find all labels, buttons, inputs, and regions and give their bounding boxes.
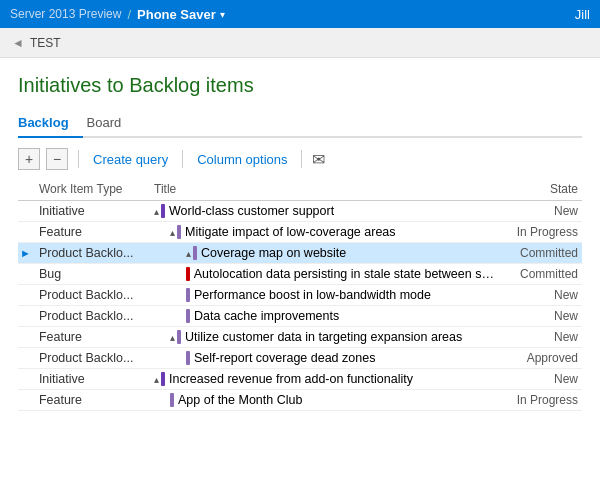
user-label[interactable]: Jill	[575, 7, 590, 22]
dropdown-arrow-icon[interactable]: ▾	[220, 9, 225, 20]
table-row[interactable]: BugAutolocation data persisting in stale…	[18, 264, 582, 285]
nav-separator: /	[127, 7, 131, 22]
toolbar: + − Create query Column options ✉	[18, 148, 582, 170]
work-item-type: Product Backlo...	[33, 243, 148, 264]
work-item-type: Product Backlo...	[33, 348, 148, 369]
page-title: Initiatives to Backlog items	[18, 74, 582, 97]
work-item-type: Product Backlo...	[33, 285, 148, 306]
title-text: World-class customer support	[169, 204, 334, 218]
type-color-bar	[186, 288, 190, 302]
type-color-bar	[177, 225, 181, 239]
work-item-state: New	[505, 201, 582, 222]
breadcrumb: ◄ TEST	[0, 28, 600, 58]
row-indicator	[18, 327, 33, 348]
col-state[interactable]: State	[505, 178, 582, 201]
work-item-type: Initiative	[33, 201, 148, 222]
project-name[interactable]: Phone Saver	[137, 7, 216, 22]
table-row[interactable]: Feature▴Mitigate impact of low-coverage …	[18, 222, 582, 243]
work-item-title[interactable]: ▴Coverage map on website	[148, 243, 505, 264]
row-indicator	[18, 264, 33, 285]
row-indicator	[18, 285, 33, 306]
table-header-row: Work Item Type Title State	[18, 178, 582, 201]
toolbar-separator-3	[301, 150, 302, 168]
expand-icon[interactable]: ▴	[170, 332, 175, 343]
work-item-type: Feature	[33, 327, 148, 348]
server-label: Server 2013 Preview	[10, 7, 121, 21]
title-text: Utilize customer data in targeting expan…	[185, 330, 462, 344]
work-item-type: Bug	[33, 264, 148, 285]
table-row[interactable]: Product Backlo...Self-report coverage de…	[18, 348, 582, 369]
work-item-state: In Progress	[505, 390, 582, 411]
expand-icon[interactable]: ▴	[154, 374, 159, 385]
tabs: Backlog Board	[18, 109, 582, 138]
expand-icon[interactable]: ▴	[186, 248, 191, 259]
main-content: Initiatives to Backlog items Backlog Boa…	[0, 58, 600, 411]
type-color-bar	[186, 267, 190, 281]
type-color-bar	[177, 330, 181, 344]
type-color-bar	[186, 309, 190, 323]
title-text: App of the Month Club	[178, 393, 302, 407]
title-text: Mitigate impact of low-coverage areas	[185, 225, 396, 239]
back-arrow-icon[interactable]: ◄	[12, 36, 24, 50]
column-options-button[interactable]: Column options	[193, 152, 291, 167]
work-item-state: Committed	[505, 264, 582, 285]
work-item-state: New	[505, 369, 582, 390]
row-indicator	[18, 369, 33, 390]
work-item-title[interactable]: ▴Utilize customer data in targeting expa…	[148, 327, 505, 348]
work-item-title[interactable]: App of the Month Club	[148, 390, 505, 411]
work-item-title[interactable]: Self-report coverage dead zones	[148, 348, 505, 369]
topbar: Server 2013 Preview / Phone Saver ▾ Jill	[0, 0, 600, 28]
work-item-state: New	[505, 306, 582, 327]
expand-icon[interactable]: ▴	[170, 227, 175, 238]
col-indicator	[18, 178, 33, 201]
work-item-title[interactable]: Autolocation data persisting in stale st…	[148, 264, 505, 285]
toolbar-separator-1	[78, 150, 79, 168]
table-row[interactable]: Product Backlo...Data cache improvements…	[18, 306, 582, 327]
tab-board[interactable]: Board	[87, 109, 136, 136]
breadcrumb-text: TEST	[30, 36, 61, 50]
row-indicator: ►	[18, 243, 33, 264]
work-item-state: Approved	[505, 348, 582, 369]
collapse-all-button[interactable]: −	[46, 148, 68, 170]
title-text: Self-report coverage dead zones	[194, 351, 375, 365]
table-row[interactable]: Initiative▴Increased revenue from add-on…	[18, 369, 582, 390]
type-color-bar	[161, 372, 165, 386]
title-text: Increased revenue from add-on functional…	[169, 372, 413, 386]
work-item-state: New	[505, 285, 582, 306]
work-item-title[interactable]: ▴Mitigate impact of low-coverage areas	[148, 222, 505, 243]
work-item-state: New	[505, 327, 582, 348]
type-color-bar	[193, 246, 197, 260]
row-indicator	[18, 390, 33, 411]
work-item-type: Initiative	[33, 369, 148, 390]
expand-all-button[interactable]: +	[18, 148, 40, 170]
toolbar-separator-2	[182, 150, 183, 168]
table-row[interactable]: Feature▴Utilize customer data in targeti…	[18, 327, 582, 348]
table-row[interactable]: ►Product Backlo...▴Coverage map on websi…	[18, 243, 582, 264]
expand-icon[interactable]: ▴	[154, 206, 159, 217]
work-item-title[interactable]: Performance boost in low-bandwidth mode	[148, 285, 505, 306]
row-indicator	[18, 222, 33, 243]
col-work-item-type[interactable]: Work Item Type	[33, 178, 148, 201]
row-indicator	[18, 348, 33, 369]
table-row[interactable]: FeatureApp of the Month ClubIn Progress	[18, 390, 582, 411]
table-row[interactable]: Initiative▴World-class customer supportN…	[18, 201, 582, 222]
type-color-bar	[161, 204, 165, 218]
title-text: Coverage map on website	[201, 246, 346, 260]
create-query-button[interactable]: Create query	[89, 152, 172, 167]
work-item-state: Committed	[505, 243, 582, 264]
table-row[interactable]: Product Backlo...Performance boost in lo…	[18, 285, 582, 306]
work-item-table: Work Item Type Title State Initiative▴Wo…	[18, 178, 582, 411]
col-title[interactable]: Title	[148, 178, 505, 201]
work-item-type: Feature	[33, 222, 148, 243]
work-item-state: In Progress	[505, 222, 582, 243]
work-item-title[interactable]: Data cache improvements	[148, 306, 505, 327]
row-indicator	[18, 306, 33, 327]
title-text: Autolocation data persisting in stale st…	[194, 267, 499, 281]
title-text: Data cache improvements	[194, 309, 339, 323]
email-icon[interactable]: ✉	[312, 150, 325, 169]
tab-backlog[interactable]: Backlog	[18, 109, 83, 138]
work-item-title[interactable]: ▴Increased revenue from add-on functiona…	[148, 369, 505, 390]
work-item-title[interactable]: ▴World-class customer support	[148, 201, 505, 222]
row-indicator	[18, 201, 33, 222]
type-color-bar	[186, 351, 190, 365]
